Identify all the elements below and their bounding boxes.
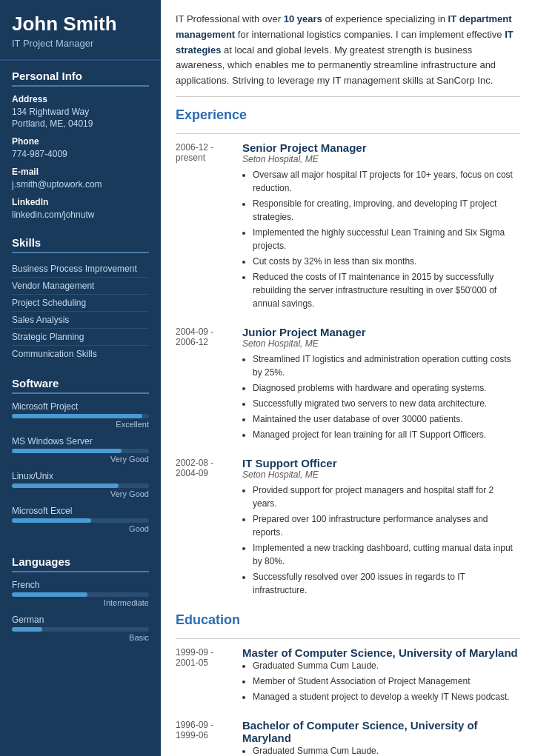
bullet-item: Successfully migrated two servers to new… xyxy=(253,397,520,410)
software-item-3: Microsoft Excel Good xyxy=(12,506,149,533)
bar-label: Excellent xyxy=(12,420,149,429)
bullet-list: Provided support for project managers an… xyxy=(242,484,520,597)
summary-text: IT Professional with over 10 years of ex… xyxy=(176,12,520,97)
experience-entry-1: 2004-09 -2006-12 Junior Project Manager … xyxy=(176,326,520,444)
bullet-item: Oversaw all major hospital IT projects f… xyxy=(253,168,520,195)
bullet-item: Maintained the user database of over 300… xyxy=(253,412,520,426)
software-name: MS Windows Server xyxy=(12,436,149,446)
skill-item: Vendor Management xyxy=(12,278,149,295)
main-content: IT Professional with over 10 years of ex… xyxy=(161,0,535,756)
bullet-item: Managed a student project to develop a w… xyxy=(253,690,520,703)
address-value: 134 Rightward WayPortland, ME, 04019 xyxy=(12,106,149,131)
job-title: Senior Project Manager xyxy=(242,141,520,154)
entry-body: IT Support Officer Seton Hospital, ME Pr… xyxy=(242,457,520,599)
bar-track xyxy=(12,518,149,523)
software-section: Software Microsoft Project Excellent MS … xyxy=(0,368,161,546)
education-entry-0: 1999-09 -2001-05 Master of Computer Scie… xyxy=(176,646,520,706)
degree-title: Master of Computer Science, University o… xyxy=(242,646,520,659)
software-name: Microsoft Project xyxy=(12,401,149,412)
bar-label: Basic xyxy=(12,633,149,642)
lang-item-1: German Basic xyxy=(12,615,149,642)
bullet-list: Oversaw all major hospital IT projects f… xyxy=(242,168,520,310)
lang-name: German xyxy=(12,615,149,625)
entry-date: 2002-08 -2004-09 xyxy=(176,457,242,599)
software-item-0: Microsoft Project Excellent xyxy=(12,401,149,429)
email-value: j.smith@uptowork.com xyxy=(12,178,149,191)
bar-label: Intermediate xyxy=(12,598,149,607)
degree-title: Bachelor of Computer Science, University… xyxy=(242,719,520,744)
education-title: Education xyxy=(176,612,520,631)
bullet-item: Cut costs by 32% in less than six months… xyxy=(253,255,520,268)
bar-label: Good xyxy=(12,524,149,533)
org-name: Seton Hospital, ME xyxy=(242,469,520,480)
job-title: IT Support Officer xyxy=(242,457,520,469)
phone-value: 774-987-4009 xyxy=(12,148,149,161)
bullet-item: Provided support for project managers an… xyxy=(253,484,520,510)
bullet-item: Implemented the highly successful Lean T… xyxy=(253,226,520,252)
bullet-item: Implemented a new tracking dashboard, cu… xyxy=(253,541,520,568)
bullet-item: Member of Student Association of Project… xyxy=(253,675,520,688)
skills-section: Skills Business Process Improvement Vend… xyxy=(0,227,161,368)
education-divider xyxy=(176,638,520,639)
bar-track xyxy=(12,414,149,418)
lang-name: French xyxy=(12,580,149,590)
experience-entry-2: 2002-08 -2004-09 IT Support Officer Seto… xyxy=(176,457,520,599)
sidebar: John Smith IT Project Manager Personal I… xyxy=(0,0,161,756)
bar-fill xyxy=(12,449,122,453)
personal-info-title: Personal Info xyxy=(12,70,149,87)
linkedin-label: LinkedIn xyxy=(12,197,149,207)
bar-track xyxy=(12,449,149,453)
bar-fill xyxy=(12,627,42,632)
bullet-list: Streamlined IT logistics and administrat… xyxy=(242,352,520,441)
skill-item: Communication Skills xyxy=(12,346,149,362)
bullet-item: Responsible for creating, improving, and… xyxy=(253,197,520,224)
bullet-list: Graduated Summa Cum Laude. Member of Stu… xyxy=(242,744,520,756)
email-label: E-mail xyxy=(12,167,149,177)
experience-title: Experience xyxy=(176,107,520,126)
entry-date: 1999-09 -2001-05 xyxy=(176,646,242,706)
bullet-item: Prepared over 100 infrastructure perform… xyxy=(253,512,520,539)
candidate-title: IT Project Manager xyxy=(12,38,149,49)
software-title: Software xyxy=(12,377,149,394)
bullet-item: Graduated Summa Cum Laude. xyxy=(253,659,520,672)
bullet-item: Diagnosed problems with hardware and ope… xyxy=(253,381,520,395)
bullet-item: Streamlined IT logistics and administrat… xyxy=(253,352,520,379)
software-name: Linux/Unix xyxy=(12,471,149,481)
skill-item: Project Scheduling xyxy=(12,295,149,312)
bar-fill xyxy=(12,518,91,523)
bar-track xyxy=(12,627,149,632)
software-item-2: Linux/Unix Very Good xyxy=(12,471,149,498)
job-title: Junior Project Manager xyxy=(242,326,520,338)
entry-body: Bachelor of Computer Science, University… xyxy=(242,719,520,756)
bullet-item: Managed project for lean training for al… xyxy=(253,428,520,441)
experience-entry-0: 2006-12 -present Senior Project Manager … xyxy=(176,141,520,312)
entry-date: 1996-09 -1999-06 xyxy=(176,719,242,756)
education-entry-1: 1996-09 -1999-06 Bachelor of Computer Sc… xyxy=(176,719,520,756)
bar-fill xyxy=(12,592,87,597)
entry-body: Junior Project Manager Seton Hospital, M… xyxy=(242,326,520,444)
software-item-1: MS Windows Server Very Good xyxy=(12,436,149,464)
entry-date: 2004-09 -2006-12 xyxy=(176,326,242,444)
phone-label: Phone xyxy=(12,136,149,147)
bullet-list: Graduated Summa Cum Laude. Member of Stu… xyxy=(242,659,520,703)
skill-item: Business Process Improvement xyxy=(12,261,149,278)
skills-title: Skills xyxy=(12,236,149,253)
address-label: Address xyxy=(12,94,149,104)
entry-date: 2006-12 -present xyxy=(176,141,242,312)
bar-track xyxy=(12,592,149,597)
languages-title: Languages xyxy=(12,555,149,572)
personal-info-section: Personal Info Address 134 Rightward WayP… xyxy=(0,61,161,227)
bullet-item: Graduated Summa Cum Laude. xyxy=(253,744,520,756)
bar-fill xyxy=(12,414,142,418)
skill-item: Sales Analysis xyxy=(12,312,149,329)
lang-item-0: French Intermediate xyxy=(12,580,149,607)
bullet-item: Successfully resolved over 200 issues in… xyxy=(253,570,520,597)
bar-fill xyxy=(12,484,119,488)
bar-track xyxy=(12,484,149,488)
linkedin-value: linkedin.com/johnutw xyxy=(12,209,149,221)
org-name: Seton Hospital, ME xyxy=(242,154,520,164)
candidate-name: John Smith xyxy=(12,13,149,35)
bar-label: Very Good xyxy=(12,455,149,464)
bullet-item: Reduced the costs of IT maintenance in 2… xyxy=(253,270,520,310)
experience-divider xyxy=(176,133,520,134)
